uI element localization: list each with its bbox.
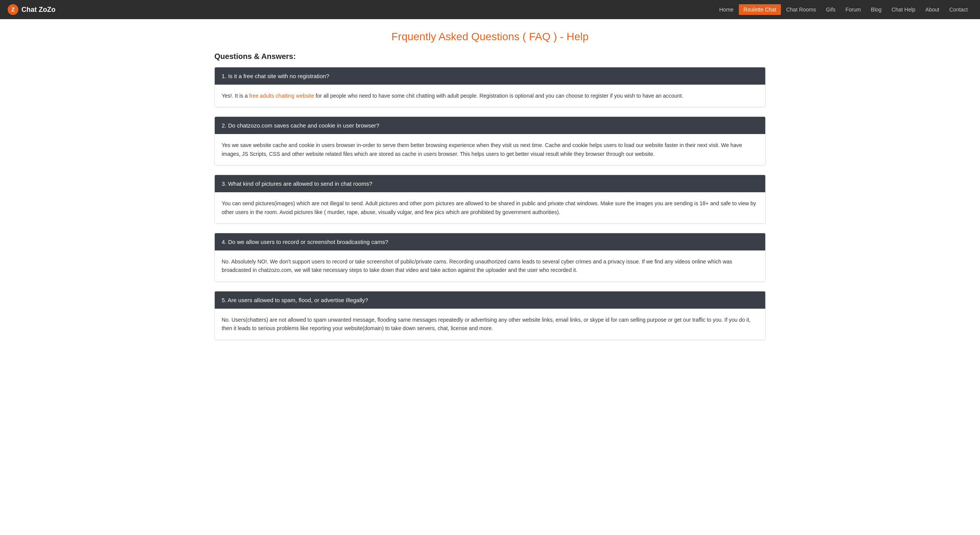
faq-answer-text-1: for all people who need to have some chi… bbox=[314, 93, 683, 99]
faq-question-4: 4. Do we allow users to record or screen… bbox=[215, 233, 765, 250]
nav-item-forum[interactable]: Forum bbox=[841, 4, 865, 15]
nav-link-home[interactable]: Home bbox=[715, 4, 738, 15]
page-title: Frquently Asked Questions ( FAQ ) - Help bbox=[214, 31, 766, 43]
nav-link-contact[interactable]: Contact bbox=[945, 4, 972, 15]
faq-link-1[interactable]: free adults chatting website bbox=[249, 93, 314, 99]
nav-item-chat-rooms[interactable]: Chat Rooms bbox=[782, 4, 821, 15]
faq-item-3: 3. What kind of pictures are allowed to … bbox=[214, 175, 766, 224]
nav-item-contact[interactable]: Contact bbox=[945, 4, 972, 15]
faq-question-3: 3. What kind of pictures are allowed to … bbox=[215, 175, 765, 192]
nav-link-blog[interactable]: Blog bbox=[866, 4, 886, 15]
faq-answer-text-1: Yes!. It is a bbox=[222, 93, 249, 99]
nav-item-roulette-chat[interactable]: Roulette Chat bbox=[739, 4, 781, 15]
brand-logo-text: Z bbox=[11, 7, 15, 13]
nav-link-forum[interactable]: Forum bbox=[841, 4, 865, 15]
brand-logo-link[interactable]: Z Chat ZoZo bbox=[8, 4, 56, 15]
faq-answer-4: No. Absolutely NO!. We don't support use… bbox=[215, 250, 765, 281]
nav-item-about[interactable]: About bbox=[921, 4, 944, 15]
nav-link-about[interactable]: About bbox=[921, 4, 944, 15]
faq-answer-2: Yes we save website cache and cookie in … bbox=[215, 134, 765, 165]
nav-item-chat-help[interactable]: Chat Help bbox=[887, 4, 920, 15]
faq-item-4: 4. Do we allow users to record or screen… bbox=[214, 233, 766, 282]
nav-item-home[interactable]: Home bbox=[715, 4, 738, 15]
nav-item-blog[interactable]: Blog bbox=[866, 4, 886, 15]
section-heading: Questions & Answers: bbox=[214, 52, 766, 61]
nav-link-gifs[interactable]: Gifs bbox=[822, 4, 840, 15]
faq-item-2: 2. Do chatzozo.com saves cache and cooki… bbox=[214, 116, 766, 165]
nav-link-chat-help[interactable]: Chat Help bbox=[887, 4, 920, 15]
faq-answer-3: You can send pictures(images) which are … bbox=[215, 192, 765, 223]
nav-item-gifs[interactable]: Gifs bbox=[822, 4, 840, 15]
faq-item-5: 5. Are users allowed to spam, flood, or … bbox=[214, 291, 766, 340]
faq-answer-1: Yes!. It is a free adults chatting websi… bbox=[215, 85, 765, 107]
faq-question-1: 1. Is it a free chat site with no regist… bbox=[215, 67, 765, 85]
nav-link-roulette-chat[interactable]: Roulette Chat bbox=[739, 4, 781, 15]
faq-question-5: 5. Are users allowed to spam, flood, or … bbox=[215, 291, 765, 309]
nav-link-chat-rooms[interactable]: Chat Rooms bbox=[782, 4, 821, 15]
navbar: Z Chat ZoZo HomeRoulette ChatChat RoomsG… bbox=[0, 0, 980, 19]
main-content: Frquently Asked Questions ( FAQ ) - Help… bbox=[207, 19, 773, 357]
faq-answer-5: No. Users(chatters) are not allowed to s… bbox=[215, 309, 765, 340]
brand-name: Chat ZoZo bbox=[21, 6, 56, 14]
brand-logo-icon: Z bbox=[8, 4, 18, 15]
faq-item-1: 1. Is it a free chat site with no regist… bbox=[214, 67, 766, 107]
nav-menu: HomeRoulette ChatChat RoomsGifsForumBlog… bbox=[715, 4, 972, 15]
faq-question-2: 2. Do chatzozo.com saves cache and cooki… bbox=[215, 117, 765, 134]
faq-container: 1. Is it a free chat site with no regist… bbox=[214, 67, 766, 340]
